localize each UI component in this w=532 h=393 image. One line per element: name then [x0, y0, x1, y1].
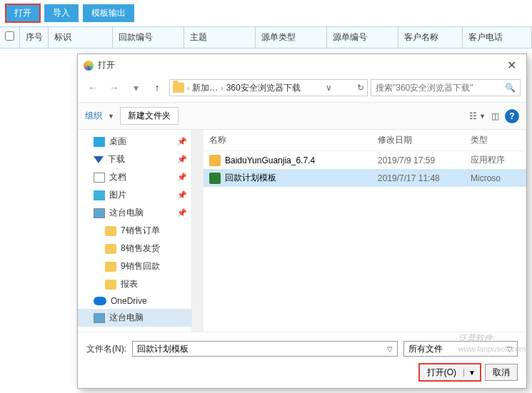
file-type: Microso — [471, 173, 521, 183]
col-src-code[interactable]: 源单编号 — [327, 27, 398, 48]
address-bar: ← → ▾ ↑ › 新加… › 360安全浏览器下载 ∨ ↻ 🔍 — [78, 76, 526, 102]
search-box[interactable]: 🔍 — [371, 79, 521, 96]
help-icon[interactable]: ? — [505, 109, 519, 123]
file-name: BaiduYunGuanjia_6.7.4 — [225, 155, 315, 165]
col-tel[interactable]: 客户电话 — [463, 27, 532, 48]
col-src-type[interactable]: 源单类型 — [256, 27, 327, 48]
col-modified[interactable]: 修改日期 — [378, 134, 471, 146]
open-file-button-label: 打开(O) — [420, 367, 463, 379]
nav-forward-button: → — [105, 79, 124, 96]
open-file-dialog: 打开 ✕ ← → ▾ ↑ › 新加… › 360安全浏览器下载 ∨ ↻ 🔍 组织… — [77, 53, 527, 389]
col-subject[interactable]: 主题 — [184, 27, 256, 48]
dialog-title: 打开 — [98, 59, 503, 71]
file-modified: 2019/7/17 11:48 — [378, 173, 471, 183]
pc-icon — [94, 208, 105, 218]
file-list-header: 名称 修改日期 类型 — [204, 130, 526, 151]
tree-item[interactable]: OneDrive — [78, 293, 191, 309]
tree-scrollbar[interactable] — [192, 130, 204, 332]
chevron-down-icon[interactable]: ▼ — [108, 113, 114, 120]
refresh-icon[interactable]: ↻ — [357, 83, 364, 93]
nav-back-button[interactable]: ← — [84, 79, 102, 96]
view-mode-button[interactable]: ☷ ▼ — [469, 111, 486, 121]
new-folder-button[interactable]: 新建文件夹 — [120, 107, 179, 125]
crumb-part1[interactable]: 新加… — [192, 82, 218, 94]
tree-item[interactable]: 8销售发货 — [78, 240, 191, 257]
tree-item[interactable]: 这台电脑📌 — [78, 204, 191, 222]
file-exe-icon — [209, 155, 221, 166]
nav-recent-button[interactable]: ▾ — [126, 79, 145, 96]
tree-item-label: 7销售订单 — [121, 225, 160, 237]
tree-item[interactable]: 图片📌 — [78, 186, 191, 204]
open-button[interactable]: 打开 — [6, 4, 40, 22]
tree-item[interactable]: 9销售回款 — [78, 257, 191, 275]
pin-icon: 📌 — [177, 173, 187, 182]
folder-icon — [105, 262, 116, 272]
filter-value: 所有文件 — [408, 343, 507, 355]
chevron-right-icon: › — [221, 84, 223, 92]
cancel-button-label: 取消 — [486, 367, 517, 379]
address-dropdown-icon[interactable]: ∨ — [326, 83, 332, 93]
file-row[interactable]: 回款计划模板2019/7/17 11:48Microso — [204, 169, 526, 187]
breadcrumb[interactable]: › 新加… › 360安全浏览器下载 ∨ ↻ — [169, 79, 368, 96]
tree-item-label: 报表 — [121, 278, 138, 290]
col-customer[interactable]: 客户名称 — [398, 27, 463, 48]
chevron-down-icon[interactable]: ▽ — [387, 345, 393, 353]
tree-item-label: 这台电脑 — [109, 207, 144, 219]
file-xls-icon — [209, 173, 221, 184]
folder-icon — [173, 83, 184, 93]
col-seq[interactable]: 序号 — [20, 27, 49, 48]
nav-up-button[interactable]: ↑ — [148, 79, 166, 96]
col-mark[interactable]: 标识 — [49, 27, 113, 48]
tree-item-label: 这台电脑 — [109, 312, 144, 324]
file-name: 回款计划模板 — [225, 172, 276, 184]
tree-item-label: 下载 — [108, 153, 125, 165]
doc-icon — [94, 173, 105, 183]
app-logo-icon — [84, 61, 94, 71]
tree-item-label: 9销售回款 — [121, 260, 160, 272]
dl-icon — [94, 156, 104, 163]
tree-item-label: 文档 — [109, 171, 126, 183]
tree-item[interactable]: 这台电脑 — [78, 309, 191, 327]
folder-icon — [105, 280, 116, 290]
tree-item-label: 桌面 — [109, 136, 126, 148]
folder-icon — [105, 226, 116, 236]
col-code[interactable]: 回款编号 — [113, 27, 184, 48]
tree-item[interactable]: 报表 — [78, 275, 191, 293]
file-row[interactable]: BaiduYunGuanjia_6.7.42019/7/9 17:59应用程序 — [204, 151, 526, 169]
dialog-titlebar: 打开 ✕ — [78, 54, 526, 76]
grid-checkbox-all[interactable] — [0, 27, 20, 48]
template-export-button[interactable]: 模板输出 — [83, 4, 134, 22]
pin-icon: 📌 — [177, 208, 187, 218]
tree-item[interactable]: 下载📌 — [78, 150, 191, 168]
chevron-down-icon[interactable]: ▽ — [507, 345, 513, 353]
file-type: 应用程序 — [471, 154, 521, 166]
col-type[interactable]: 类型 — [471, 134, 521, 146]
pc-icon — [94, 313, 105, 323]
desktop-icon — [94, 137, 105, 147]
dialog-bottom: 文件名(N): ▽ 所有文件 ▽ 打开(O) ▼ 取消 — [78, 332, 526, 388]
search-input[interactable] — [376, 83, 505, 93]
col-name[interactable]: 名称 — [209, 134, 378, 146]
tree-item[interactable]: 桌面📌 — [78, 133, 191, 150]
dialog-toolbar: 组织 ▼ 新建文件夹 ☷ ▼ ◫ ? — [78, 102, 526, 130]
tree-item[interactable]: 7销售订单 — [78, 222, 191, 240]
tree-item[interactable]: 文档📌 — [78, 168, 191, 186]
filename-input[interactable] — [137, 344, 387, 354]
organize-menu[interactable]: 组织 — [85, 110, 102, 122]
pic-icon — [94, 190, 105, 200]
search-icon[interactable]: 🔍 — [505, 83, 516, 93]
preview-pane-button[interactable]: ◫ — [491, 111, 499, 121]
cloud-icon — [94, 297, 106, 305]
filename-combobox[interactable]: ▽ — [132, 341, 398, 357]
open-split-dropdown[interactable]: ▼ — [463, 369, 480, 377]
pin-icon: 📌 — [177, 190, 187, 200]
file-filter-combobox[interactable]: 所有文件 ▽ — [403, 341, 518, 357]
import-button[interactable]: 导入 — [44, 4, 79, 22]
close-button[interactable]: ✕ — [503, 58, 521, 72]
tree-item-label: OneDrive — [111, 296, 147, 306]
cancel-button[interactable]: 取消 — [485, 364, 518, 381]
file-list: 名称 修改日期 类型 BaiduYunGuanjia_6.7.42019/7/9… — [204, 130, 526, 332]
crumb-part2[interactable]: 360安全浏览器下载 — [226, 82, 301, 94]
select-all-checkbox[interactable] — [5, 31, 14, 41]
open-file-button[interactable]: 打开(O) ▼ — [419, 364, 481, 381]
